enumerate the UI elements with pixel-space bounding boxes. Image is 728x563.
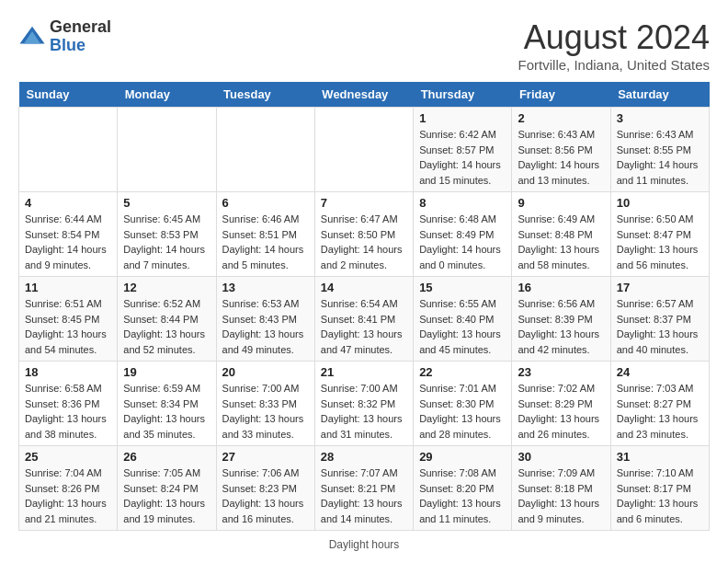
calendar-cell: 19Sunrise: 6:59 AMSunset: 8:34 PMDayligh…	[118, 362, 216, 446]
calendar-cell	[216, 108, 314, 192]
day-number: 25	[25, 450, 111, 464]
calendar-cell: 31Sunrise: 7:10 AMSunset: 8:17 PMDayligh…	[610, 446, 709, 531]
day-info: Sunrise: 7:09 AMSunset: 8:18 PMDaylight:…	[518, 465, 604, 526]
day-number: 22	[419, 365, 506, 379]
calendar-cell: 27Sunrise: 7:06 AMSunset: 8:23 PMDayligh…	[216, 446, 314, 531]
calendar-cell: 8Sunrise: 6:48 AMSunset: 8:49 PMDaylight…	[414, 192, 512, 277]
day-number: 26	[123, 450, 210, 464]
day-info: Sunrise: 6:46 AMSunset: 8:51 PMDaylight:…	[222, 212, 309, 272]
calendar-cell: 10Sunrise: 6:50 AMSunset: 8:47 PMDayligh…	[610, 192, 709, 277]
calendar-cell: 11Sunrise: 6:51 AMSunset: 8:45 PMDayligh…	[19, 277, 118, 362]
calendar-cell: 16Sunrise: 6:56 AMSunset: 8:39 PMDayligh…	[512, 277, 610, 362]
calendar-cell: 20Sunrise: 7:00 AMSunset: 8:33 PMDayligh…	[216, 362, 314, 446]
calendar-cell: 3Sunrise: 6:43 AMSunset: 8:55 PMDaylight…	[610, 108, 709, 192]
day-number: 2	[518, 111, 604, 125]
week-row-2: 11Sunrise: 6:51 AMSunset: 8:45 PMDayligh…	[19, 277, 710, 362]
calendar-cell: 14Sunrise: 6:54 AMSunset: 8:41 PMDayligh…	[314, 277, 413, 362]
calendar-cell: 12Sunrise: 6:52 AMSunset: 8:44 PMDayligh…	[118, 277, 216, 362]
calendar-cell	[314, 108, 413, 192]
calendar-cell: 24Sunrise: 7:03 AMSunset: 8:27 PMDayligh…	[610, 362, 709, 446]
day-info: Sunrise: 6:52 AMSunset: 8:44 PMDaylight:…	[123, 296, 210, 357]
day-number: 9	[518, 196, 604, 210]
day-info: Sunrise: 6:56 AMSunset: 8:39 PMDaylight:…	[518, 296, 604, 357]
day-number: 4	[25, 196, 111, 210]
day-info: Sunrise: 7:01 AMSunset: 8:30 PMDaylight:…	[419, 381, 506, 442]
day-number: 21	[321, 365, 407, 379]
calendar-cell: 2Sunrise: 6:43 AMSunset: 8:56 PMDaylight…	[512, 108, 610, 192]
day-info: Sunrise: 7:06 AMSunset: 8:23 PMDaylight:…	[222, 465, 309, 526]
day-info: Sunrise: 7:07 AMSunset: 8:21 PMDaylight:…	[321, 465, 407, 526]
header-tuesday: Tuesday	[216, 82, 314, 108]
day-number: 1	[419, 111, 506, 125]
day-info: Sunrise: 6:57 AMSunset: 8:37 PMDaylight:…	[617, 296, 703, 357]
page-header: General Blue August 2024 Fortville, Indi…	[18, 18, 710, 73]
day-number: 27	[222, 450, 309, 464]
calendar-header-row: SundayMondayTuesdayWednesdayThursdayFrid…	[19, 82, 710, 108]
day-info: Sunrise: 6:53 AMSunset: 8:43 PMDaylight:…	[222, 296, 309, 357]
day-number: 16	[518, 281, 604, 294]
day-number: 30	[518, 450, 604, 464]
day-info: Sunrise: 6:59 AMSunset: 8:34 PMDaylight:…	[123, 381, 210, 442]
day-info: Sunrise: 6:51 AMSunset: 8:45 PMDaylight:…	[25, 296, 111, 357]
calendar-cell: 23Sunrise: 7:02 AMSunset: 8:29 PMDayligh…	[512, 362, 610, 446]
header-monday: Monday	[118, 82, 216, 108]
day-info: Sunrise: 6:58 AMSunset: 8:36 PMDaylight:…	[25, 381, 111, 442]
day-number: 6	[222, 196, 309, 210]
logo-general: General	[50, 18, 111, 37]
day-info: Sunrise: 7:05 AMSunset: 8:24 PMDaylight:…	[123, 465, 210, 526]
calendar-cell	[19, 108, 118, 192]
week-row-3: 18Sunrise: 6:58 AMSunset: 8:36 PMDayligh…	[19, 362, 710, 446]
header-thursday: Thursday	[414, 82, 512, 108]
day-info: Sunrise: 6:43 AMSunset: 8:55 PMDaylight:…	[617, 127, 703, 188]
day-info: Sunrise: 6:43 AMSunset: 8:56 PMDaylight:…	[518, 127, 604, 188]
calendar-cell: 4Sunrise: 6:44 AMSunset: 8:54 PMDaylight…	[19, 192, 118, 277]
day-number: 18	[25, 365, 111, 379]
day-number: 5	[123, 196, 210, 210]
calendar-cell: 28Sunrise: 7:07 AMSunset: 8:21 PMDayligh…	[314, 446, 413, 531]
week-row-4: 25Sunrise: 7:04 AMSunset: 8:26 PMDayligh…	[19, 446, 710, 531]
day-number: 17	[617, 281, 703, 294]
day-number: 10	[617, 196, 703, 210]
calendar-cell: 18Sunrise: 6:58 AMSunset: 8:36 PMDayligh…	[19, 362, 118, 446]
day-info: Sunrise: 7:08 AMSunset: 8:20 PMDaylight:…	[419, 465, 506, 526]
day-number: 14	[321, 281, 407, 294]
main-title: August 2024	[518, 18, 710, 57]
calendar-cell	[118, 108, 216, 192]
day-number: 13	[222, 281, 309, 294]
logo: General Blue	[18, 18, 111, 55]
day-info: Sunrise: 7:03 AMSunset: 8:27 PMDaylight:…	[617, 381, 703, 442]
day-info: Sunrise: 7:00 AMSunset: 8:33 PMDaylight:…	[222, 381, 309, 442]
calendar-cell: 6Sunrise: 6:46 AMSunset: 8:51 PMDaylight…	[216, 192, 314, 277]
footer: Daylight hours	[18, 538, 710, 551]
day-info: Sunrise: 6:47 AMSunset: 8:50 PMDaylight:…	[321, 212, 407, 272]
day-info: Sunrise: 6:44 AMSunset: 8:54 PMDaylight:…	[25, 212, 111, 272]
day-number: 12	[123, 281, 210, 294]
calendar-cell: 17Sunrise: 6:57 AMSunset: 8:37 PMDayligh…	[610, 277, 709, 362]
week-row-1: 4Sunrise: 6:44 AMSunset: 8:54 PMDaylight…	[19, 192, 710, 277]
day-number: 15	[419, 281, 506, 294]
day-number: 31	[617, 450, 703, 464]
subtitle: Fortville, Indiana, United States	[518, 57, 710, 73]
day-number: 7	[321, 196, 407, 210]
day-info: Sunrise: 7:00 AMSunset: 8:32 PMDaylight:…	[321, 381, 407, 442]
week-row-0: 1Sunrise: 6:42 AMSunset: 8:57 PMDaylight…	[19, 108, 710, 192]
title-block: August 2024 Fortville, Indiana, United S…	[518, 18, 710, 73]
day-number: 3	[617, 111, 703, 125]
day-info: Sunrise: 7:10 AMSunset: 8:17 PMDaylight:…	[617, 465, 703, 526]
day-info: Sunrise: 6:48 AMSunset: 8:49 PMDaylight:…	[419, 212, 506, 272]
day-number: 24	[617, 365, 703, 379]
day-info: Sunrise: 7:02 AMSunset: 8:29 PMDaylight:…	[518, 381, 604, 442]
day-number: 29	[419, 450, 506, 464]
day-number: 8	[419, 196, 506, 210]
day-info: Sunrise: 6:49 AMSunset: 8:48 PMDaylight:…	[518, 212, 604, 272]
calendar-cell: 30Sunrise: 7:09 AMSunset: 8:18 PMDayligh…	[512, 446, 610, 531]
calendar-cell: 29Sunrise: 7:08 AMSunset: 8:20 PMDayligh…	[414, 446, 512, 531]
day-number: 28	[321, 450, 407, 464]
calendar-cell: 21Sunrise: 7:00 AMSunset: 8:32 PMDayligh…	[314, 362, 413, 446]
header-friday: Friday	[512, 82, 610, 108]
day-number: 19	[123, 365, 210, 379]
calendar-cell: 7Sunrise: 6:47 AMSunset: 8:50 PMDaylight…	[314, 192, 413, 277]
day-info: Sunrise: 6:42 AMSunset: 8:57 PMDaylight:…	[419, 127, 506, 188]
calendar-cell: 13Sunrise: 6:53 AMSunset: 8:43 PMDayligh…	[216, 277, 314, 362]
day-number: 23	[518, 365, 604, 379]
